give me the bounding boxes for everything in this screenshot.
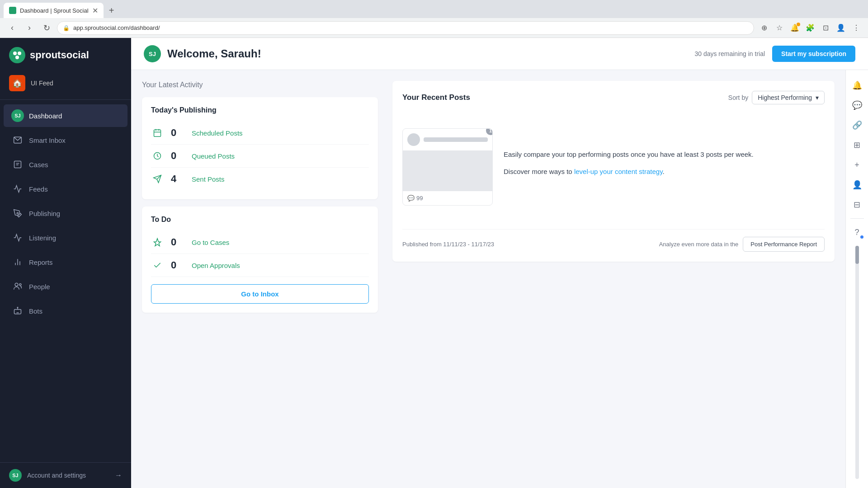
sort-value: Highest Performing [758, 94, 812, 101]
refresh-btn[interactable]: ↻ [40, 21, 53, 35]
sidebar-item-feeds[interactable]: Feeds [4, 178, 127, 200]
people-icon [13, 282, 23, 291]
queued-row: 0 Queued Posts [151, 145, 369, 168]
cases-row: 0 Go to Cases [151, 231, 369, 254]
sent-row: 4 Sent Posts [151, 168, 369, 190]
approvals-icon [151, 261, 164, 270]
published-range: Published from 11/11/23 - 11/17/23 [402, 241, 494, 248]
sort-dropdown[interactable]: Highest Performing ▾ [752, 91, 825, 104]
recent-posts-panel: Your Recent Posts Sort by Highest Perfor… [389, 70, 845, 488]
new-tab-btn[interactable]: + [105, 4, 118, 17]
messages-rail-btn[interactable]: 💬 [849, 97, 865, 113]
sidebar-item-label: Cases [29, 161, 48, 169]
scroll-track[interactable] [855, 246, 859, 479]
recent-posts-title: Your Recent Posts [402, 93, 470, 102]
sidebar-item-cases[interactable]: Cases [4, 153, 127, 176]
post-comments: 💬 99 [403, 191, 492, 205]
svg-point-8 [17, 212, 18, 214]
queued-posts-link[interactable]: Queued Posts [192, 152, 235, 160]
sent-posts-link[interactable]: Sent Posts [192, 175, 225, 183]
post-preview-area: 1 💬 99 Easily com [402, 113, 825, 220]
approvals-link[interactable]: Open Approvals [192, 262, 240, 269]
tab-title: Dashboard | Sprout Social [20, 7, 89, 14]
post-badge: 1 [486, 128, 493, 135]
svg-rect-14 [14, 310, 21, 314]
sidebar-item-reports[interactable]: Reports [4, 251, 127, 273]
app: sproutsocial 🏠 UI Feed SJ Dashboard Smar… [0, 38, 868, 488]
action-rail: 🔔 💬 🔗 ⊞ + 👤 ⊟ ? [845, 70, 868, 488]
sidebar-item-dashboard[interactable]: SJ Dashboard [4, 104, 127, 127]
sidebar: sproutsocial 🏠 UI Feed SJ Dashboard Smar… [0, 38, 131, 488]
browser-tab[interactable]: Dashboard | Sprout Social ✕ [4, 3, 104, 18]
approvals-row: 0 Open Approvals [151, 254, 369, 277]
activity-title: Your Latest Activity [142, 81, 378, 89]
header-right: 30 days remaining in trial Start my subs… [694, 46, 855, 62]
sidebar-item-publishing[interactable]: Publishing [4, 202, 127, 225]
logo-icon [9, 47, 25, 63]
user-rail-btn[interactable]: 👤 [849, 177, 865, 193]
profile-item[interactable]: 🏠 UI Feed [0, 70, 131, 96]
table-rail-btn[interactable]: ⊟ [849, 197, 865, 213]
add-rail-btn[interactable]: + [849, 157, 865, 173]
go-to-inbox-button[interactable]: Go to Inbox [151, 284, 369, 304]
share-btn[interactable]: ⊕ [758, 22, 770, 34]
subscription-button[interactable]: Start my subscription [772, 46, 855, 62]
sidebar-item-label: People [29, 283, 50, 291]
scheduled-row: 0 Scheduled Posts [151, 122, 369, 145]
logo-text: sproutsocial [30, 49, 89, 61]
nav-actions: ⊕ ☆ 🔔 🧩 ⊡ 👤 ⋮ [758, 22, 863, 34]
account-avatar: SJ [9, 469, 22, 482]
grid-rail-btn[interactable]: ⊞ [849, 137, 865, 153]
feeds-icon [13, 184, 23, 194]
sidebar-item-smart-inbox[interactable]: Smart Inbox [4, 129, 127, 151]
cases-count: 0 [171, 236, 184, 248]
dashboard-icon: SJ [13, 111, 23, 121]
tab-close-btn[interactable]: ✕ [92, 6, 98, 15]
content-strategy-link[interactable]: level-up your content strategy [574, 168, 663, 175]
profile-btn[interactable]: 👤 [835, 22, 847, 34]
recent-posts-footer: Published from 11/11/23 - 11/17/23 Analy… [402, 229, 825, 252]
tab-favicon [9, 7, 16, 14]
activity-panel: Your Latest Activity Today's Publishing … [131, 70, 389, 488]
right-panel: SJ Welcome, Sarauh! 30 days remaining in… [131, 38, 868, 488]
listening-icon [13, 233, 23, 243]
sidebar-item-label: Feeds [29, 185, 48, 193]
sort-container: Sort by Highest Performing ▾ [728, 91, 825, 104]
sidebar-item-people[interactable]: People [4, 275, 127, 298]
post-thumbnail: 1 💬 99 [402, 128, 493, 206]
account-settings[interactable]: SJ Account and settings → [0, 462, 131, 488]
menu-btn[interactable]: ⋮ [850, 22, 863, 34]
bookmark-btn[interactable]: ☆ [773, 22, 786, 34]
discover-text: Discover more ways to [504, 168, 572, 175]
help-rail-btn[interactable]: ? [849, 224, 865, 240]
cases-link[interactable]: Go to Cases [192, 239, 229, 246]
svg-point-1 [13, 52, 17, 55]
notification-btn[interactable]: 🔔 [788, 22, 801, 34]
sent-icon [151, 174, 164, 183]
svg-point-3 [15, 56, 19, 59]
sidebar-item-listening[interactable]: Listening [4, 226, 127, 249]
pin-icon [151, 238, 164, 247]
sidebar-item-label: Publishing [29, 210, 60, 217]
notifications-rail-btn[interactable]: 🔔 [849, 77, 865, 94]
scheduled-posts-link[interactable]: Scheduled Posts [192, 129, 243, 137]
links-rail-btn[interactable]: 🔗 [849, 117, 865, 133]
svg-point-2 [18, 52, 21, 55]
user-avatar-small: SJ [11, 109, 24, 122]
comment-icon: 💬 [407, 195, 415, 202]
sidebar-item-bots[interactable]: Bots [4, 300, 127, 322]
tab-bar: Dashboard | Sprout Social ✕ + [0, 0, 868, 18]
cases-icon [13, 160, 23, 169]
post-name-placeholder [424, 137, 488, 142]
help-blue-dot [860, 235, 863, 239]
performance-report-button[interactable]: Post Performance Report [743, 237, 825, 252]
scroll-thumb[interactable] [855, 246, 859, 264]
url-text: app.sproutsocial.com/dashboard/ [73, 24, 160, 31]
sidebar-btn[interactable]: ⊡ [819, 22, 832, 34]
address-bar[interactable]: 🔒 app.sproutsocial.com/dashboard/ [57, 21, 754, 35]
extensions-btn[interactable]: 🧩 [804, 22, 816, 34]
forward-btn[interactable]: › [23, 21, 36, 35]
back-btn[interactable]: ‹ [5, 21, 19, 35]
account-arrow-icon: → [115, 471, 122, 479]
sent-count: 4 [171, 173, 184, 185]
